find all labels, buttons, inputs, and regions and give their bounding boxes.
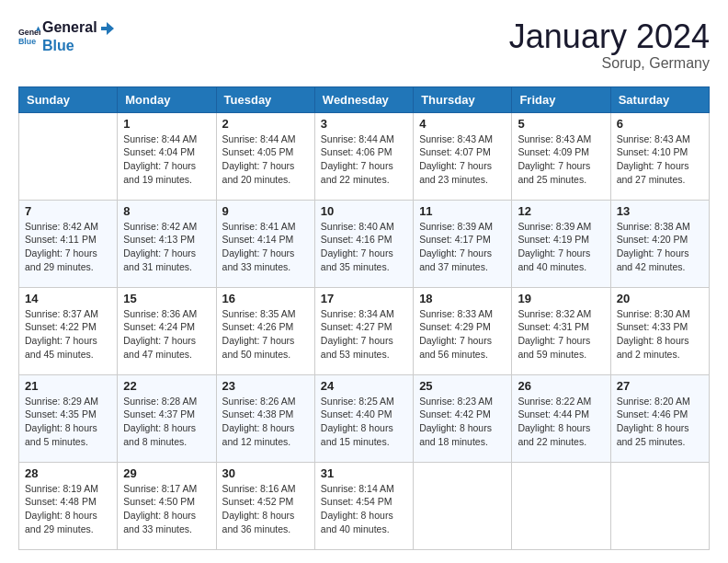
column-header-saturday: Saturday (610, 86, 709, 112)
day-number: 28 (25, 466, 111, 480)
day-info: Sunrise: 8:28 AMSunset: 4:37 PMDaylight:… (123, 395, 210, 449)
calendar-cell: 16Sunrise: 8:35 AMSunset: 4:26 PMDayligh… (216, 287, 314, 374)
day-info: Sunrise: 8:44 AMSunset: 4:04 PMDaylight:… (123, 132, 210, 187)
day-info: Sunrise: 8:20 AMSunset: 4:46 PMDaylight:… (617, 395, 703, 449)
calendar-cell (512, 462, 610, 549)
calendar-cell: 21Sunrise: 8:29 AMSunset: 4:35 PMDayligh… (19, 374, 118, 462)
calendar-cell (19, 112, 118, 200)
day-number: 10 (321, 204, 407, 218)
calendar-cell: 9Sunrise: 8:41 AMSunset: 4:14 PMDaylight… (216, 200, 314, 287)
calendar-header-row: SundayMondayTuesdayWednesdayThursdayFrid… (19, 86, 710, 112)
day-number: 4 (419, 117, 506, 131)
day-number: 8 (123, 204, 210, 218)
week-row-1: 1Sunrise: 8:44 AMSunset: 4:04 PMDaylight… (19, 112, 710, 200)
calendar-cell: 13Sunrise: 8:38 AMSunset: 4:20 PMDayligh… (610, 200, 709, 287)
title-block: January 2024 Sorup, Germany (509, 18, 710, 72)
day-number: 7 (25, 204, 111, 218)
week-row-2: 7Sunrise: 8:42 AMSunset: 4:11 PMDaylight… (19, 200, 710, 287)
day-number: 13 (617, 204, 703, 218)
calendar-cell: 10Sunrise: 8:40 AMSunset: 4:16 PMDayligh… (314, 200, 413, 287)
day-info: Sunrise: 8:19 AMSunset: 4:48 PMDaylight:… (25, 482, 111, 536)
day-info: Sunrise: 8:43 AMSunset: 4:09 PMDaylight:… (518, 132, 604, 187)
day-info: Sunrise: 8:33 AMSunset: 4:29 PMDaylight:… (419, 307, 506, 362)
calendar-cell: 8Sunrise: 8:42 AMSunset: 4:13 PMDaylight… (118, 200, 216, 287)
day-info: Sunrise: 8:40 AMSunset: 4:16 PMDaylight:… (321, 220, 407, 274)
calendar-cell: 7Sunrise: 8:42 AMSunset: 4:11 PMDaylight… (19, 200, 118, 287)
day-number: 1 (123, 117, 210, 131)
day-info: Sunrise: 8:43 AMSunset: 4:10 PMDaylight:… (617, 132, 703, 187)
day-info: Sunrise: 8:35 AMSunset: 4:26 PMDaylight:… (222, 307, 309, 362)
day-number: 25 (419, 379, 506, 393)
calendar-cell: 11Sunrise: 8:39 AMSunset: 4:17 PMDayligh… (414, 200, 512, 287)
day-info: Sunrise: 8:37 AMSunset: 4:22 PMDaylight:… (25, 307, 111, 362)
day-number: 15 (123, 292, 210, 305)
day-number: 17 (321, 292, 407, 305)
month-title: January 2024 (509, 18, 710, 55)
calendar-cell: 29Sunrise: 8:17 AMSunset: 4:50 PMDayligh… (118, 462, 216, 549)
day-number: 12 (518, 204, 604, 218)
day-number: 11 (419, 204, 506, 218)
calendar-cell: 18Sunrise: 8:33 AMSunset: 4:29 PMDayligh… (414, 287, 512, 374)
calendar-cell: 20Sunrise: 8:30 AMSunset: 4:33 PMDayligh… (610, 287, 709, 374)
day-number: 27 (617, 379, 703, 393)
day-number: 14 (25, 292, 111, 305)
column-header-monday: Monday (118, 86, 216, 112)
day-info: Sunrise: 8:42 AMSunset: 4:13 PMDaylight:… (123, 220, 210, 274)
calendar-cell: 4Sunrise: 8:43 AMSunset: 4:07 PMDaylight… (414, 112, 512, 200)
day-number: 29 (123, 466, 210, 480)
logo-icon: General Blue (18, 25, 40, 47)
calendar-cell: 17Sunrise: 8:34 AMSunset: 4:27 PMDayligh… (314, 287, 413, 374)
svg-text:Blue: Blue (18, 37, 36, 46)
day-number: 19 (518, 292, 604, 305)
logo-line1: General (42, 18, 116, 37)
day-info: Sunrise: 8:43 AMSunset: 4:07 PMDaylight:… (419, 132, 506, 187)
column-header-wednesday: Wednesday (314, 86, 413, 112)
day-info: Sunrise: 8:44 AMSunset: 4:06 PMDaylight:… (321, 132, 407, 187)
calendar-cell: 3Sunrise: 8:44 AMSunset: 4:06 PMDaylight… (314, 112, 413, 200)
day-info: Sunrise: 8:32 AMSunset: 4:31 PMDaylight:… (518, 307, 604, 362)
day-number: 21 (25, 379, 111, 393)
day-number: 23 (222, 379, 309, 393)
day-info: Sunrise: 8:22 AMSunset: 4:44 PMDaylight:… (518, 395, 604, 449)
day-info: Sunrise: 8:42 AMSunset: 4:11 PMDaylight:… (25, 220, 111, 274)
calendar-cell: 1Sunrise: 8:44 AMSunset: 4:04 PMDaylight… (118, 112, 216, 200)
calendar-cell (414, 462, 512, 549)
calendar-cell: 15Sunrise: 8:36 AMSunset: 4:24 PMDayligh… (118, 287, 216, 374)
calendar-cell: 24Sunrise: 8:25 AMSunset: 4:40 PMDayligh… (314, 374, 413, 462)
day-info: Sunrise: 8:41 AMSunset: 4:14 PMDaylight:… (222, 220, 309, 274)
svg-marker-3 (101, 22, 114, 35)
day-info: Sunrise: 8:29 AMSunset: 4:35 PMDaylight:… (25, 395, 111, 449)
day-info: Sunrise: 8:38 AMSunset: 4:20 PMDaylight:… (617, 220, 703, 274)
column-header-sunday: Sunday (19, 86, 118, 112)
calendar-cell: 26Sunrise: 8:22 AMSunset: 4:44 PMDayligh… (512, 374, 610, 462)
day-number: 22 (123, 379, 210, 393)
day-info: Sunrise: 8:26 AMSunset: 4:38 PMDaylight:… (222, 395, 309, 449)
week-row-5: 28Sunrise: 8:19 AMSunset: 4:48 PMDayligh… (19, 462, 710, 549)
day-number: 20 (617, 292, 703, 305)
column-header-thursday: Thursday (414, 86, 512, 112)
logo-arrow-icon (99, 20, 116, 37)
calendar-cell: 30Sunrise: 8:16 AMSunset: 4:52 PMDayligh… (216, 462, 314, 549)
day-number: 16 (222, 292, 309, 305)
week-row-3: 14Sunrise: 8:37 AMSunset: 4:22 PMDayligh… (19, 287, 710, 374)
logo: General Blue General Blue (18, 18, 116, 54)
day-number: 24 (321, 379, 407, 393)
day-info: Sunrise: 8:25 AMSunset: 4:40 PMDaylight:… (321, 395, 407, 449)
day-info: Sunrise: 8:39 AMSunset: 4:17 PMDaylight:… (419, 220, 506, 274)
calendar-cell: 22Sunrise: 8:28 AMSunset: 4:37 PMDayligh… (118, 374, 216, 462)
day-info: Sunrise: 8:34 AMSunset: 4:27 PMDaylight:… (321, 307, 407, 362)
calendar-cell: 27Sunrise: 8:20 AMSunset: 4:46 PMDayligh… (610, 374, 709, 462)
calendar-cell: 23Sunrise: 8:26 AMSunset: 4:38 PMDayligh… (216, 374, 314, 462)
calendar-cell: 6Sunrise: 8:43 AMSunset: 4:10 PMDaylight… (610, 112, 709, 200)
day-info: Sunrise: 8:14 AMSunset: 4:54 PMDaylight:… (321, 482, 407, 536)
day-info: Sunrise: 8:36 AMSunset: 4:24 PMDaylight:… (123, 307, 210, 362)
day-number: 26 (518, 379, 604, 393)
day-info: Sunrise: 8:39 AMSunset: 4:19 PMDaylight:… (518, 220, 604, 274)
calendar-cell: 14Sunrise: 8:37 AMSunset: 4:22 PMDayligh… (19, 287, 118, 374)
calendar-table: SundayMondayTuesdayWednesdayThursdayFrid… (18, 86, 710, 550)
column-header-tuesday: Tuesday (216, 86, 314, 112)
calendar-cell: 2Sunrise: 8:44 AMSunset: 4:05 PMDaylight… (216, 112, 314, 200)
week-row-4: 21Sunrise: 8:29 AMSunset: 4:35 PMDayligh… (19, 374, 710, 462)
day-number: 2 (222, 117, 309, 131)
calendar-cell: 5Sunrise: 8:43 AMSunset: 4:09 PMDaylight… (512, 112, 610, 200)
